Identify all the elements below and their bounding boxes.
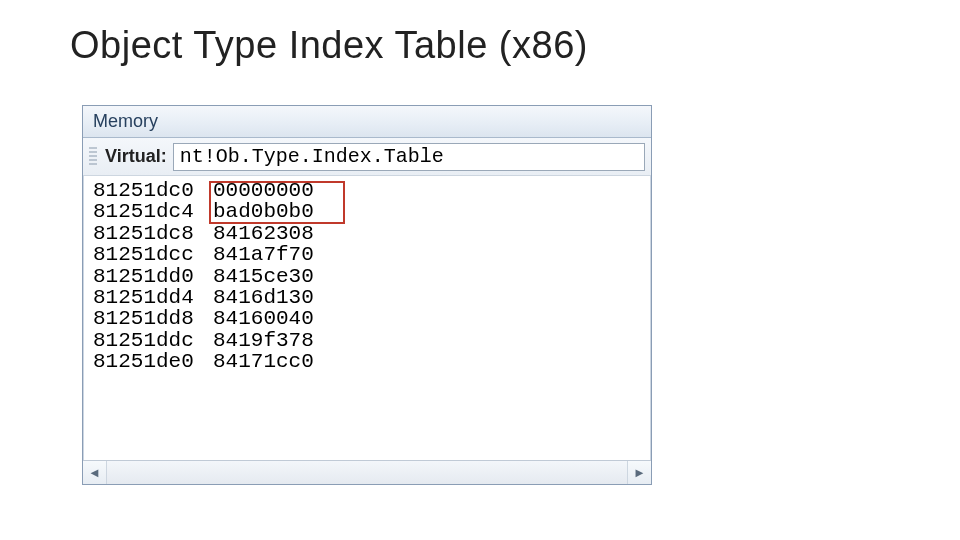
mem-val: 84171cc0	[213, 351, 343, 372]
table-row: 81251dc8 84162308	[83, 223, 651, 244]
horizontal-scrollbar[interactable]: ◄ ►	[83, 460, 651, 484]
mem-addr: 81251dd4	[93, 287, 213, 308]
mem-val: 8416d130	[213, 287, 343, 308]
memory-dump: 81251dc0 00000000 81251dc4 bad0b0b0 8125…	[83, 176, 651, 460]
scroll-right-icon[interactable]: ►	[627, 461, 651, 484]
mem-addr: 81251dc4	[93, 201, 213, 222]
mem-addr: 81251dcc	[93, 244, 213, 265]
memory-window: Memory Virtual: 81251dc0 00000000 81251d…	[82, 105, 652, 485]
toolbar-grip-icon	[89, 147, 97, 167]
slide: Object Type Index Table (x86) Memory Vir…	[0, 0, 960, 540]
mem-addr: 81251de0	[93, 351, 213, 372]
virtual-input[interactable]	[173, 143, 645, 171]
table-row: 81251dc0 00000000	[83, 180, 651, 201]
virtual-label: Virtual:	[105, 146, 167, 167]
mem-val: 841a7f70	[213, 244, 343, 265]
table-row: 81251dd8 84160040	[83, 308, 651, 329]
mem-val: 8415ce30	[213, 266, 343, 287]
window-titlebar: Memory	[83, 106, 651, 138]
mem-addr: 81251dc8	[93, 223, 213, 244]
slide-title: Object Type Index Table (x86)	[70, 24, 588, 67]
table-row: 81251dd4 8416d130	[83, 287, 651, 308]
table-row: 81251dcc 841a7f70	[83, 244, 651, 265]
mem-addr: 81251dd8	[93, 308, 213, 329]
table-row: 81251ddc 8419f378	[83, 330, 651, 351]
window-title: Memory	[93, 111, 158, 132]
mem-val: 84162308	[213, 223, 343, 244]
mem-val: 00000000	[213, 180, 343, 201]
table-row: 81251dc4 bad0b0b0	[83, 201, 651, 222]
mem-addr: 81251dc0	[93, 180, 213, 201]
mem-addr: 81251ddc	[93, 330, 213, 351]
mem-val: 84160040	[213, 308, 343, 329]
toolbar: Virtual:	[83, 138, 651, 176]
mem-val: 8419f378	[213, 330, 343, 351]
mem-val: bad0b0b0	[213, 201, 343, 222]
mem-addr: 81251dd0	[93, 266, 213, 287]
table-row: 81251dd0 8415ce30	[83, 266, 651, 287]
scroll-left-icon[interactable]: ◄	[83, 461, 107, 484]
table-row: 81251de0 84171cc0	[83, 351, 651, 372]
